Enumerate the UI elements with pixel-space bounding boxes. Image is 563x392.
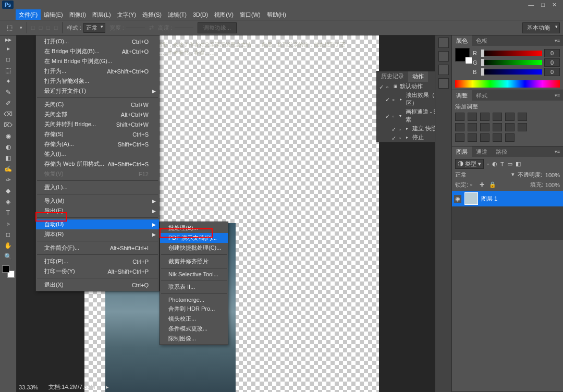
tab-swatches[interactable]: 色板 xyxy=(472,35,492,46)
dock-icon[interactable] xyxy=(438,65,449,75)
chevron-down-icon[interactable]: ▾ xyxy=(20,25,22,30)
tab-history[interactable]: 历史记录 xyxy=(377,71,408,82)
lock-pixels-icon[interactable]: ▫ xyxy=(470,181,478,189)
tool-1[interactable]: □ xyxy=(2,54,15,65)
menu-item[interactable]: 存储(S)Ctrl+S xyxy=(36,129,159,139)
adjustment-icon[interactable] xyxy=(480,123,489,131)
fg-bg-swatch[interactable] xyxy=(455,48,470,62)
adjustment-icon[interactable] xyxy=(468,123,477,131)
tool-0[interactable]: ▸ xyxy=(2,43,15,54)
blend-mode-dropdown[interactable]: 正常 ▾ xyxy=(455,171,515,179)
close-button[interactable]: ✕ xyxy=(552,2,557,8)
adjustment-icon[interactable] xyxy=(480,133,489,142)
menu-item[interactable]: PDF 演示文稿(P)... xyxy=(160,233,228,243)
color-spectrum[interactable] xyxy=(455,80,560,88)
menu-滤镜[interactable]: 滤镜(T) xyxy=(165,9,190,20)
adjustment-icon[interactable] xyxy=(518,123,527,131)
fill-field[interactable]: 100% xyxy=(545,182,560,188)
tool-4[interactable]: ✎ xyxy=(2,87,15,97)
tool-6[interactable]: ⌫ xyxy=(2,109,15,119)
menu-item[interactable]: 打开(O)...Ctrl+O xyxy=(36,36,159,46)
adjustment-icon[interactable] xyxy=(468,133,477,142)
tab-paths[interactable]: 路径 xyxy=(492,146,511,157)
menu-文字[interactable]: 文字(Y) xyxy=(114,9,140,20)
tool-15[interactable]: T xyxy=(2,207,15,218)
menu-item[interactable]: 存储为 Web 所用格式...Alt+Shift+Ctrl+S xyxy=(36,159,159,169)
workspace-switcher[interactable]: 基本功能 xyxy=(522,22,560,33)
dock-icon[interactable] xyxy=(438,78,449,89)
menu-3D[interactable]: 3D(D) xyxy=(190,9,211,20)
tool-11[interactable]: ✍ xyxy=(2,164,15,174)
menu-item[interactable]: 关闭全部Alt+Ctrl+W xyxy=(36,109,159,119)
menu-item[interactable]: 裁剪并修齐照片 xyxy=(160,256,228,266)
menu-item[interactable]: 打印一份(Y)Alt+Shift+Ctrl+P xyxy=(36,266,159,276)
tool-18[interactable]: ✋ xyxy=(2,240,15,251)
menu-item[interactable]: 自动(U)▶ xyxy=(36,219,159,229)
g-value[interactable]: 0 xyxy=(544,58,560,67)
adjustment-icon[interactable] xyxy=(455,123,464,131)
menu-视图[interactable]: 视图(V) xyxy=(211,9,237,20)
menu-item[interactable]: 关闭并转到 Bridge...Shift+Ctrl+W xyxy=(36,119,159,129)
adjustment-icon[interactable] xyxy=(493,113,502,121)
lock-all-icon[interactable]: 🔒 xyxy=(489,181,496,189)
menu-item[interactable]: 导出(E)▶ xyxy=(36,206,159,216)
layer-name[interactable]: 图层 1 xyxy=(481,195,497,203)
maximize-button[interactable]: □ xyxy=(541,2,545,8)
menu-帮助[interactable]: 帮助(H) xyxy=(264,9,289,20)
document-size[interactable]: 文档:14.2M/7.33M xyxy=(48,383,95,391)
menu-item[interactable]: 创建快捷批处理(C)... xyxy=(160,243,228,253)
layer-item[interactable]: ◉ 图层 1 xyxy=(452,191,563,206)
menu-item[interactable]: 在 Bridge 中浏览(B)...Alt+Ctrl+O xyxy=(36,46,159,56)
menu-item[interactable]: 限制图像... xyxy=(160,334,228,344)
tab-layers[interactable]: 图层 xyxy=(452,146,472,157)
menu-item[interactable]: 退出(X)Ctrl+Q xyxy=(36,280,159,290)
menu-item[interactable]: 签入(I)... xyxy=(36,149,159,159)
refine-edge-button[interactable]: 调整边缘... xyxy=(198,22,237,33)
b-value[interactable]: 0 xyxy=(544,68,560,76)
menu-item[interactable]: 批处理(B)... xyxy=(160,223,228,233)
zoom-level[interactable]: 33.33% xyxy=(19,384,38,390)
layer-thumbnail[interactable] xyxy=(464,192,478,205)
menu-编辑[interactable]: 编辑(E) xyxy=(41,9,66,20)
menu-item[interactable]: Photomerge... xyxy=(160,296,228,304)
tab-color[interactable]: 颜色 xyxy=(452,35,472,46)
tool-7[interactable]: ⌦ xyxy=(2,120,15,130)
menu-选择[interactable]: 选择(S) xyxy=(139,9,165,20)
menu-item[interactable]: 导入(M)▶ xyxy=(36,196,159,206)
action-row[interactable]: ✓▫▸淡出效果（选区） xyxy=(377,91,435,107)
g-slider[interactable] xyxy=(481,60,542,65)
adjustment-icon[interactable] xyxy=(493,123,502,131)
tool-14[interactable]: ◈ xyxy=(2,197,15,207)
adjustment-icon[interactable] xyxy=(505,113,515,121)
menu-窗口[interactable]: 窗口(W) xyxy=(237,9,264,20)
menu-item[interactable]: 合并到 HDR Pro... xyxy=(160,304,228,314)
tool-10[interactable]: ◧ xyxy=(2,153,15,163)
filter-kind-dropdown[interactable]: ◑ 类型 ▾ xyxy=(455,159,484,169)
filter-icon[interactable]: T xyxy=(500,161,504,167)
canvas-area[interactable]: 这篇散文通过写父亲的背影，表达了作者对父亲深深的思念之情……此后，接到父亲的信，… xyxy=(17,35,435,392)
tool-8[interactable]: ◉ xyxy=(2,131,15,141)
menu-item[interactable]: 关闭(C)Ctrl+W xyxy=(36,100,159,109)
tab-actions[interactable]: 动作 xyxy=(408,71,428,82)
adjustment-icon[interactable] xyxy=(468,113,477,121)
menu-图层[interactable]: 图层(L) xyxy=(89,9,114,20)
action-row[interactable]: ✓▫▸停止 xyxy=(377,133,435,142)
menu-item[interactable]: 条件模式更改... xyxy=(160,324,228,334)
tool-2[interactable]: ⬚ xyxy=(2,65,15,76)
tool-13[interactable]: ◆ xyxy=(2,186,15,196)
visibility-icon[interactable]: ◉ xyxy=(454,195,461,203)
minimize-button[interactable]: — xyxy=(528,2,534,8)
menu-item[interactable]: 脚本(R)▶ xyxy=(36,229,159,239)
adjustment-icon[interactable] xyxy=(480,113,489,121)
tool-3[interactable]: ✦ xyxy=(2,76,15,87)
r-value[interactable]: 0 xyxy=(544,49,560,57)
menu-item[interactable]: 打开为智能对象... xyxy=(36,76,159,86)
adjustment-icon[interactable] xyxy=(505,133,515,142)
adjustment-icon[interactable] xyxy=(455,133,464,142)
chevron-right-icon[interactable]: ▸ xyxy=(106,384,109,390)
tool-9[interactable]: ◐ xyxy=(2,142,15,152)
menu-item[interactable]: 文件简介(F)...Alt+Shift+Ctrl+I xyxy=(36,243,159,253)
menu-item[interactable]: 镜头校正... xyxy=(160,314,228,324)
tab-styles[interactable]: 样式 xyxy=(472,90,492,101)
tool-17[interactable]: □ xyxy=(2,229,15,240)
